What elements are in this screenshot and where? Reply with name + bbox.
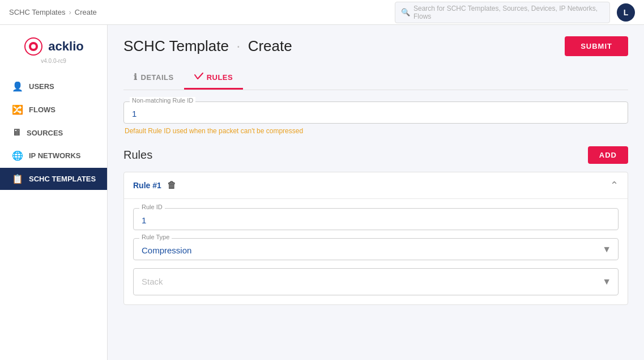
sidebar-item-flows[interactable]: 🔀 FLOWS	[0, 99, 107, 121]
rule-type-value: Compression	[142, 244, 610, 255]
non-matching-rule-field: Non-matching Rule ID 1	[123, 101, 628, 124]
breadcrumb-separator: ›	[69, 8, 71, 16]
page-title-main: SCHC Template	[123, 37, 229, 54]
sidebar-nav: 👤 USERS 🔀 FLOWS 🖥 SOURCES 🌐 IP NETWORKS …	[0, 75, 107, 190]
schc-templates-icon: 📋	[12, 173, 23, 184]
main-content: SCHC Template · Create SUBMIT ℹ DETAILS …	[108, 25, 644, 360]
tab-rules[interactable]: RULES	[184, 67, 244, 90]
sidebar-label-sources: SOURCES	[27, 129, 63, 137]
breadcrumb-parent[interactable]: SCHC Templates	[9, 8, 65, 16]
tab-rules-label: RULES	[207, 73, 233, 82]
sidebar-item-ip-networks[interactable]: 🌐 IP NETWORKS	[0, 145, 107, 167]
sidebar: acklio v4.0.0-rc9 👤 USERS 🔀 FLOWS 🖥 SOUR…	[0, 25, 108, 360]
stack-dropdown-icon: ▼	[602, 277, 611, 287]
search-icon: 🔍	[401, 8, 410, 16]
add-rule-button[interactable]: ADD	[588, 146, 628, 164]
rule-id-value[interactable]: 1	[142, 214, 610, 225]
sidebar-label-flows: FLOWS	[29, 105, 56, 114]
breadcrumb-current: Create	[75, 8, 97, 16]
non-matching-rule-hint: Default Rule ID used when the packet can…	[123, 127, 628, 135]
submit-button[interactable]: SUBMIT	[565, 36, 628, 56]
logo-version: v4.0.0-rc9	[41, 58, 66, 64]
sidebar-item-users[interactable]: 👤 USERS	[0, 75, 107, 98]
avatar[interactable]: L	[617, 3, 635, 22]
rule-card-body: Rule ID 1 Rule Type Compression ▼ Stack …	[124, 199, 628, 304]
rules-section-title: Rules	[123, 149, 152, 162]
sidebar-logo: acklio v4.0.0-rc9	[0, 31, 107, 75]
sidebar-label-ip-networks: IP NETWORKS	[29, 151, 81, 160]
rule-type-select[interactable]: Rule Type Compression ▼	[133, 238, 619, 260]
rule-number-label: Rule #1	[133, 181, 161, 190]
non-matching-rule-label: Non-matching Rule ID	[130, 97, 195, 104]
tabs-bar: ℹ DETAILS RULES	[123, 67, 628, 90]
users-icon: 👤	[12, 81, 23, 92]
sidebar-label-schc-templates: SCHC TEMPLATES	[29, 175, 96, 183]
non-matching-rule-value[interactable]: 1	[132, 108, 620, 118]
stack-select[interactable]: Stack ▼	[133, 268, 619, 295]
collapse-rule-icon[interactable]: ⌃	[610, 179, 619, 192]
flows-icon: 🔀	[12, 104, 23, 115]
details-tab-icon: ℹ	[134, 72, 138, 82]
rule-id-label: Rule ID	[139, 204, 165, 210]
page-header: SCHC Template · Create SUBMIT	[123, 36, 628, 56]
rule-card-1: Rule #1 🗑 ⌃ Rule ID 1 Rule Type Compress…	[123, 172, 628, 305]
tab-details-label: DETAILS	[141, 73, 174, 82]
search-placeholder: Search for SCHC Templates, Sources, Devi…	[413, 5, 604, 20]
rule-id-field: Rule ID 1	[133, 208, 619, 230]
stack-placeholder: Stack	[142, 277, 163, 286]
tab-details[interactable]: ℹ DETAILS	[123, 67, 184, 90]
ip-networks-icon: 🌐	[12, 150, 23, 161]
sidebar-item-sources[interactable]: 🖥 SOURCES	[0, 122, 107, 143]
rules-tab-icon	[194, 73, 203, 82]
sidebar-item-schc-templates[interactable]: 📋 SCHC TEMPLATES	[0, 168, 107, 190]
page-title-sep: ·	[236, 37, 240, 54]
search-bar[interactable]: 🔍 Search for SCHC Templates, Sources, De…	[395, 2, 610, 23]
delete-rule-icon[interactable]: 🗑	[167, 180, 176, 190]
breadcrumb: SCHC Templates › Create	[9, 8, 388, 16]
topnav: SCHC Templates › Create 🔍 Search for SCH…	[0, 0, 644, 25]
page-title-action: Create	[248, 37, 292, 54]
rules-section-header: Rules ADD	[123, 146, 628, 164]
logo-text: acklio	[48, 39, 83, 54]
page-title: SCHC Template · Create	[123, 37, 292, 55]
sidebar-label-users: USERS	[29, 82, 54, 91]
sources-icon: 🖥	[12, 128, 21, 138]
rule-card-header: Rule #1 🗑 ⌃	[124, 172, 628, 199]
acklio-logo-icon	[23, 36, 44, 57]
rule-type-label: Rule Type	[139, 234, 172, 240]
rule-card-title: Rule #1 🗑	[133, 180, 176, 190]
svg-point-3	[31, 44, 36, 49]
